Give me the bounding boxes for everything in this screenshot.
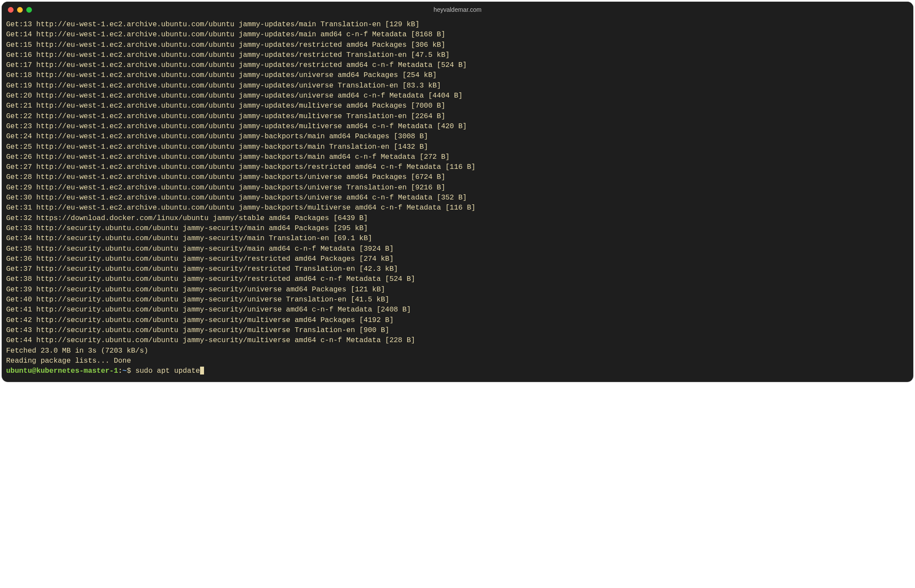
terminal-output-line: Get:23 http://eu-west-1.ec2.archive.ubun… — [6, 121, 909, 131]
terminal-output-line: Get:14 http://eu-west-1.ec2.archive.ubun… — [6, 29, 909, 39]
prompt-path: ~ — [123, 367, 127, 375]
terminal-output-line: Get:25 http://eu-west-1.ec2.archive.ubun… — [6, 142, 909, 152]
prompt-user: ubuntu — [6, 367, 32, 375]
terminal-output-line: Get:29 http://eu-west-1.ec2.archive.ubun… — [6, 182, 909, 192]
terminal-output-line: Get:16 http://eu-west-1.ec2.archive.ubun… — [6, 50, 909, 60]
close-icon[interactable] — [8, 7, 14, 13]
terminal-output-line: Get:30 http://eu-west-1.ec2.archive.ubun… — [6, 192, 909, 203]
terminal-output-line: Get:34 http://security.ubuntu.com/ubuntu… — [6, 233, 909, 243]
terminal-output-line: Get:41 http://security.ubuntu.com/ubuntu… — [6, 304, 909, 315]
maximize-icon[interactable] — [26, 7, 32, 13]
terminal-output-line: Get:33 http://security.ubuntu.com/ubuntu… — [6, 223, 909, 233]
titlebar: heyvaldemar.com — [2, 2, 913, 18]
terminal-output-line: Reading package lists... Done — [6, 356, 909, 366]
terminal-output-line: Get:36 http://security.ubuntu.com/ubuntu… — [6, 254, 909, 264]
terminal-output-line: Get:37 http://security.ubuntu.com/ubuntu… — [6, 264, 909, 274]
prompt-at: @ — [32, 367, 36, 375]
terminal-output-line: Get:44 http://security.ubuntu.com/ubuntu… — [6, 335, 909, 345]
terminal-output-line: Get:19 http://eu-west-1.ec2.archive.ubun… — [6, 80, 909, 91]
terminal-output-line: Get:28 http://eu-west-1.ec2.archive.ubun… — [6, 172, 909, 182]
terminal-output-line: Get:21 http://eu-west-1.ec2.archive.ubun… — [6, 101, 909, 111]
terminal-output-line: Get:18 http://eu-west-1.ec2.archive.ubun… — [6, 70, 909, 80]
terminal-output-line: Get:42 http://security.ubuntu.com/ubuntu… — [6, 315, 909, 325]
prompt-command[interactable]: sudo apt update — [135, 367, 200, 375]
terminal-window: heyvaldemar.com Get:13 http://eu-west-1.… — [2, 2, 913, 382]
terminal-viewport[interactable]: Get:13 http://eu-west-1.ec2.archive.ubun… — [2, 18, 913, 382]
window-title: heyvaldemar.com — [2, 6, 913, 13]
terminal-output-line: Get:39 http://security.ubuntu.com/ubuntu… — [6, 284, 909, 294]
terminal-output-line: Get:15 http://eu-west-1.ec2.archive.ubun… — [6, 40, 909, 50]
terminal-output-line: Get:35 http://security.ubuntu.com/ubuntu… — [6, 244, 909, 254]
terminal-output-line: Get:27 http://eu-west-1.ec2.archive.ubun… — [6, 162, 909, 172]
terminal-output-line: Get:32 https://download.docker.com/linux… — [6, 213, 909, 223]
terminal-output-line: Get:43 http://security.ubuntu.com/ubuntu… — [6, 325, 909, 335]
terminal-output-line: Get:17 http://eu-west-1.ec2.archive.ubun… — [6, 60, 909, 70]
prompt-colon: : — [118, 367, 123, 375]
terminal-output-line: Get:26 http://eu-west-1.ec2.archive.ubun… — [6, 152, 909, 162]
terminal-output-line: Get:24 http://eu-west-1.ec2.archive.ubun… — [6, 131, 909, 141]
cursor-icon — [200, 367, 204, 374]
terminal-output-line: Get:31 http://eu-west-1.ec2.archive.ubun… — [6, 203, 909, 213]
terminal-output-line: Get:22 http://eu-west-1.ec2.archive.ubun… — [6, 111, 909, 121]
prompt-dollar: $ — [127, 367, 135, 375]
terminal-output-line: Fetched 23.0 MB in 3s (7203 kB/s) — [6, 346, 909, 356]
prompt-line[interactable]: ubuntu@kubernetes-master-1:~$ sudo apt u… — [6, 366, 909, 376]
terminal-output-line: Get:20 http://eu-west-1.ec2.archive.ubun… — [6, 91, 909, 101]
terminal-output-line: Get:38 http://security.ubuntu.com/ubuntu… — [6, 274, 909, 284]
terminal-output-line: Get:40 http://security.ubuntu.com/ubuntu… — [6, 294, 909, 304]
traffic-lights — [2, 7, 32, 13]
minimize-icon[interactable] — [17, 7, 23, 13]
terminal-output-line: Get:13 http://eu-west-1.ec2.archive.ubun… — [6, 19, 909, 29]
prompt-host: kubernetes-master-1 — [36, 367, 118, 375]
